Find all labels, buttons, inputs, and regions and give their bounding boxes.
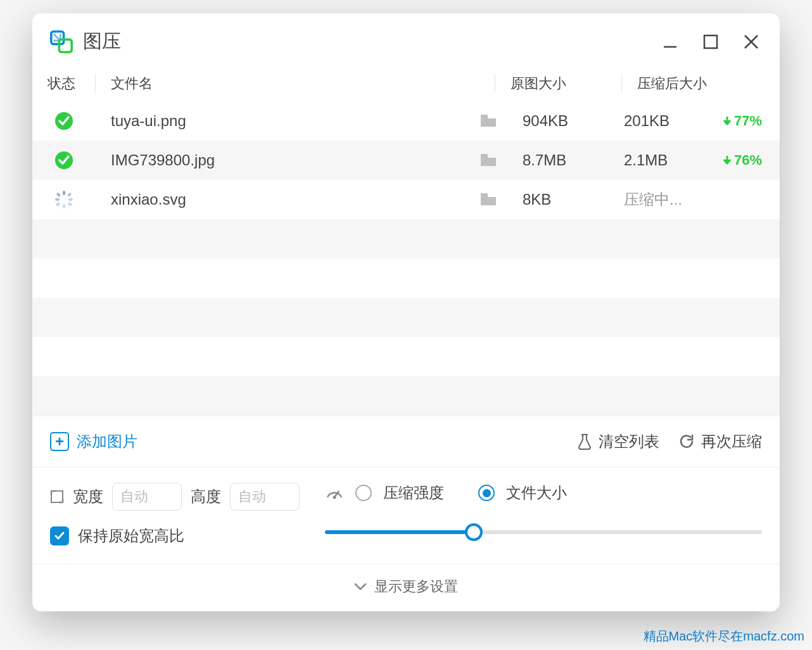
file-list: tuya-ui.png 904KB 201KB 77% IMG739800.jp… [32, 101, 780, 416]
open-folder-button[interactable] [469, 113, 507, 129]
empty-row [32, 298, 780, 337]
table-row[interactable]: xinxiao.svg 8KB 压缩中... [32, 180, 780, 219]
refresh-icon [678, 433, 695, 450]
column-original-size: 原图大小 [495, 74, 621, 93]
maximize-icon [702, 34, 719, 50]
column-compressed-size: 压缩后大小 [621, 74, 780, 93]
slider-thumb[interactable] [465, 523, 483, 541]
chevron-down-icon [354, 582, 367, 591]
svg-rect-18 [481, 193, 488, 196]
toolbar: + 添加图片 清空列表 再次压缩 [32, 416, 780, 467]
close-icon [742, 33, 760, 51]
flask-icon [577, 433, 592, 450]
slider-fill [325, 530, 474, 534]
svg-rect-10 [63, 191, 65, 195]
recompress-label: 再次压缩 [701, 431, 762, 452]
watermark-text: 精品Mac软件尽在macfz.com [644, 628, 804, 645]
keep-aspect-label: 保持原始宽高比 [78, 526, 184, 546]
svg-rect-14 [56, 192, 61, 197]
status-cell [32, 190, 96, 209]
filename-cell: tuya-ui.png [96, 112, 469, 130]
table-row[interactable]: IMG739800.jpg 8.7MB 2.1MB 76% [32, 141, 780, 180]
svg-point-21 [333, 496, 336, 499]
window-controls [659, 31, 762, 53]
close-button[interactable] [740, 31, 762, 53]
reduction-cell: 76% [716, 152, 780, 169]
size-slider[interactable] [325, 522, 762, 542]
file-size-radio[interactable] [478, 485, 495, 501]
show-more-label: 显示更多设置 [374, 577, 458, 596]
loading-spinner-icon [54, 190, 73, 209]
minimize-icon [661, 33, 679, 51]
svg-rect-11 [63, 204, 65, 208]
app-logo-icon [50, 30, 73, 53]
reduction-percent: 77% [734, 113, 762, 129]
original-size-cell: 8KB [507, 191, 609, 208]
arrow-down-icon [721, 115, 733, 127]
folder-icon [479, 192, 497, 207]
status-cell [32, 151, 96, 170]
clear-list-button[interactable]: 清空列表 [577, 431, 659, 452]
reduction-percent: 76% [734, 152, 762, 169]
recompress-button[interactable]: 再次压缩 [678, 431, 762, 452]
empty-row [32, 219, 780, 258]
width-label: 宽度 [73, 487, 103, 507]
compressed-size-cell: 2.1MB [609, 151, 716, 169]
compress-strength-radio[interactable] [355, 485, 372, 501]
compressed-size-cell: 压缩中... [609, 189, 716, 210]
checkbox-checked-icon [50, 526, 69, 545]
keep-aspect-checkbox[interactable]: 保持原始宽高比 [50, 526, 300, 546]
maximize-button[interactable] [700, 31, 721, 53]
height-label: 高度 [191, 487, 221, 507]
add-image-label: 添加图片 [77, 431, 137, 452]
empty-row [32, 376, 780, 416]
file-size-label: 文件大小 [506, 483, 567, 503]
compressed-size-cell: 201KB [609, 112, 716, 130]
compression-panel: 压缩强度 文件大小 [325, 483, 762, 546]
original-size-cell: 8.7MB [507, 151, 609, 169]
status-cell [32, 112, 96, 131]
width-input[interactable] [112, 483, 182, 511]
table-row[interactable]: tuya-ui.png 904KB 201KB 77% [32, 101, 780, 141]
open-folder-button[interactable] [469, 192, 507, 207]
height-input[interactable] [230, 483, 300, 511]
app-window: 图压 状态 文件名 原图大小 压缩后大小 tuya-ui.png [32, 13, 780, 611]
clear-list-label: 清空列表 [599, 431, 659, 452]
app-title: 图压 [83, 29, 659, 54]
success-icon [54, 112, 73, 131]
folder-icon [479, 153, 497, 168]
dimensions-panel: 宽度 高度 保持原始宽高比 [50, 483, 300, 546]
svg-rect-13 [68, 198, 73, 201]
svg-rect-19 [51, 491, 63, 502]
svg-rect-16 [67, 192, 72, 197]
success-icon [54, 151, 73, 170]
svg-rect-3 [704, 35, 717, 48]
svg-rect-12 [55, 198, 60, 201]
svg-rect-15 [67, 201, 72, 207]
titlebar: 图压 [32, 13, 780, 66]
show-more-settings-button[interactable]: 显示更多设置 [32, 564, 780, 611]
empty-row [32, 258, 780, 298]
gauge-icon [325, 483, 344, 502]
add-image-button[interactable]: + 添加图片 [50, 431, 137, 452]
settings-panel: 宽度 高度 保持原始宽高比 压缩强度 文件大小 [32, 467, 780, 564]
svg-rect-7 [481, 115, 488, 118]
empty-row [32, 337, 780, 376]
column-status: 状态 [32, 74, 96, 93]
folder-icon [479, 113, 497, 129]
open-folder-button[interactable] [469, 153, 507, 168]
filename-cell: IMG739800.jpg [96, 151, 469, 169]
original-size-cell: 904KB [507, 112, 609, 130]
plus-icon: + [50, 432, 69, 451]
filename-cell: xinxiao.svg [96, 191, 469, 208]
svg-rect-17 [56, 201, 61, 207]
svg-rect-1 [59, 39, 72, 52]
minimize-button[interactable] [659, 31, 681, 53]
arrow-down-icon [721, 155, 733, 166]
column-filename: 文件名 [96, 74, 495, 93]
svg-rect-9 [481, 154, 488, 157]
expand-icon [50, 490, 64, 504]
table-header: 状态 文件名 原图大小 压缩后大小 [32, 66, 780, 101]
reduction-cell: 77% [716, 113, 780, 129]
compress-strength-label: 压缩强度 [383, 483, 444, 503]
